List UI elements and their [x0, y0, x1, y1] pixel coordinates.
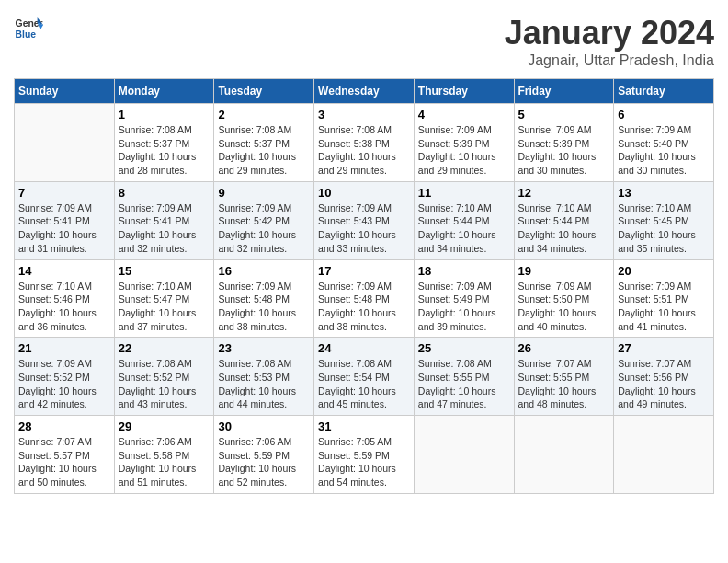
day-info: Sunrise: 7:08 AM Sunset: 5:37 PM Dayligh…	[119, 123, 210, 178]
calendar-table: SundayMondayTuesdayWednesdayThursdayFrid…	[14, 78, 714, 494]
calendar-cell: 26Sunrise: 7:07 AM Sunset: 5:55 PM Dayli…	[514, 338, 614, 416]
calendar-cell: 12Sunrise: 7:10 AM Sunset: 5:44 PM Dayli…	[514, 181, 614, 259]
day-info: Sunrise: 7:09 AM Sunset: 5:39 PM Dayligh…	[418, 123, 510, 178]
day-info: Sunrise: 7:09 AM Sunset: 5:39 PM Dayligh…	[518, 123, 610, 178]
calendar-cell: 17Sunrise: 7:09 AM Sunset: 5:48 PM Dayli…	[314, 259, 415, 338]
calendar-cell: 1Sunrise: 7:08 AM Sunset: 5:37 PM Daylig…	[114, 104, 214, 182]
calendar-cell: 29Sunrise: 7:06 AM Sunset: 5:58 PM Dayli…	[114, 416, 214, 494]
day-number: 12	[518, 186, 610, 200]
calendar-cell: 24Sunrise: 7:08 AM Sunset: 5:54 PM Dayli…	[314, 338, 415, 416]
month-title: January 2024	[505, 14, 714, 52]
calendar-header: SundayMondayTuesdayWednesdayThursdayFrid…	[15, 79, 714, 104]
calendar-cell: 28Sunrise: 7:07 AM Sunset: 5:57 PM Dayli…	[15, 416, 115, 494]
calendar-cell: 6Sunrise: 7:09 AM Sunset: 5:40 PM Daylig…	[614, 104, 714, 182]
day-info: Sunrise: 7:10 AM Sunset: 5:47 PM Dayligh…	[119, 280, 210, 334]
day-number: 22	[119, 341, 210, 355]
calendar-body: 1Sunrise: 7:08 AM Sunset: 5:37 PM Daylig…	[15, 104, 714, 494]
day-number: 15	[119, 264, 210, 278]
day-info: Sunrise: 7:09 AM Sunset: 5:40 PM Dayligh…	[618, 123, 710, 178]
calendar-week-4: 21Sunrise: 7:09 AM Sunset: 5:52 PM Dayli…	[15, 338, 714, 416]
header-day-saturday: Saturday	[614, 79, 714, 104]
day-info: Sunrise: 7:09 AM Sunset: 5:49 PM Dayligh…	[418, 280, 510, 334]
calendar-week-1: 1Sunrise: 7:08 AM Sunset: 5:37 PM Daylig…	[15, 104, 714, 182]
calendar-cell: 9Sunrise: 7:09 AM Sunset: 5:42 PM Daylig…	[214, 181, 314, 259]
day-number: 18	[418, 264, 510, 278]
day-number: 17	[318, 264, 410, 278]
calendar-cell: 27Sunrise: 7:07 AM Sunset: 5:56 PM Dayli…	[614, 338, 714, 416]
header-day-wednesday: Wednesday	[314, 79, 415, 104]
header-day-thursday: Thursday	[414, 79, 514, 104]
calendar-week-3: 14Sunrise: 7:10 AM Sunset: 5:46 PM Dayli…	[15, 259, 714, 338]
calendar-week-5: 28Sunrise: 7:07 AM Sunset: 5:57 PM Dayli…	[15, 416, 714, 494]
day-number: 3	[318, 108, 410, 121]
location-title: Jagnair, Uttar Pradesh, India	[505, 52, 714, 69]
header-day-sunday: Sunday	[15, 79, 115, 104]
day-info: Sunrise: 7:09 AM Sunset: 5:43 PM Dayligh…	[318, 201, 410, 256]
calendar-cell: 15Sunrise: 7:10 AM Sunset: 5:47 PM Dayli…	[114, 259, 214, 338]
svg-text:Blue: Blue	[16, 29, 37, 40]
day-number: 1	[119, 108, 210, 121]
day-info: Sunrise: 7:08 AM Sunset: 5:37 PM Dayligh…	[218, 123, 310, 178]
day-number: 29	[119, 419, 210, 433]
day-info: Sunrise: 7:10 AM Sunset: 5:46 PM Dayligh…	[18, 280, 110, 334]
title-block: January 2024 Jagnair, Uttar Pradesh, Ind…	[505, 14, 714, 69]
day-info: Sunrise: 7:07 AM Sunset: 5:57 PM Dayligh…	[18, 435, 110, 489]
calendar-cell: 2Sunrise: 7:08 AM Sunset: 5:37 PM Daylig…	[214, 104, 314, 182]
calendar-cell: 5Sunrise: 7:09 AM Sunset: 5:39 PM Daylig…	[514, 104, 614, 182]
day-number: 23	[218, 341, 310, 355]
day-number: 5	[518, 108, 610, 121]
day-info: Sunrise: 7:10 AM Sunset: 5:44 PM Dayligh…	[418, 201, 510, 256]
calendar-week-2: 7Sunrise: 7:09 AM Sunset: 5:41 PM Daylig…	[15, 181, 714, 259]
day-info: Sunrise: 7:07 AM Sunset: 5:55 PM Dayligh…	[518, 357, 610, 411]
calendar-cell: 3Sunrise: 7:08 AM Sunset: 5:38 PM Daylig…	[314, 104, 415, 182]
calendar-cell: 10Sunrise: 7:09 AM Sunset: 5:43 PM Dayli…	[314, 181, 415, 259]
day-info: Sunrise: 7:06 AM Sunset: 5:58 PM Dayligh…	[119, 435, 210, 489]
day-number: 10	[318, 186, 410, 200]
day-info: Sunrise: 7:09 AM Sunset: 5:41 PM Dayligh…	[18, 201, 110, 256]
header-day-friday: Friday	[514, 79, 614, 104]
calendar-cell: 22Sunrise: 7:08 AM Sunset: 5:52 PM Dayli…	[114, 338, 214, 416]
day-info: Sunrise: 7:08 AM Sunset: 5:55 PM Dayligh…	[418, 357, 510, 411]
day-info: Sunrise: 7:08 AM Sunset: 5:54 PM Dayligh…	[318, 357, 410, 411]
calendar-cell: 19Sunrise: 7:09 AM Sunset: 5:50 PM Dayli…	[514, 259, 614, 338]
day-info: Sunrise: 7:07 AM Sunset: 5:56 PM Dayligh…	[618, 357, 710, 411]
header-day-tuesday: Tuesday	[214, 79, 314, 104]
day-number: 26	[518, 341, 610, 355]
day-number: 2	[218, 108, 310, 121]
calendar-cell: 20Sunrise: 7:09 AM Sunset: 5:51 PM Dayli…	[614, 259, 714, 338]
day-number: 21	[18, 341, 110, 355]
calendar-cell	[15, 104, 115, 182]
calendar-cell: 23Sunrise: 7:08 AM Sunset: 5:53 PM Dayli…	[214, 338, 314, 416]
calendar-cell: 21Sunrise: 7:09 AM Sunset: 5:52 PM Dayli…	[15, 338, 115, 416]
page-header: General Blue January 2024 Jagnair, Uttar…	[14, 14, 714, 69]
calendar-cell	[514, 416, 614, 494]
calendar-cell: 14Sunrise: 7:10 AM Sunset: 5:46 PM Dayli…	[15, 259, 115, 338]
day-number: 31	[318, 419, 410, 433]
day-number: 30	[218, 419, 310, 433]
day-number: 8	[119, 186, 210, 200]
logo-icon: General Blue	[14, 14, 43, 43]
day-number: 14	[18, 264, 110, 278]
day-number: 9	[218, 186, 310, 200]
day-number: 20	[618, 264, 710, 278]
calendar-cell: 18Sunrise: 7:09 AM Sunset: 5:49 PM Dayli…	[414, 259, 514, 338]
calendar-cell: 13Sunrise: 7:10 AM Sunset: 5:45 PM Dayli…	[614, 181, 714, 259]
logo: General Blue	[14, 14, 43, 43]
calendar-cell: 30Sunrise: 7:06 AM Sunset: 5:59 PM Dayli…	[214, 416, 314, 494]
day-number: 4	[418, 108, 510, 121]
day-info: Sunrise: 7:08 AM Sunset: 5:53 PM Dayligh…	[218, 357, 310, 411]
calendar-cell	[414, 416, 514, 494]
day-info: Sunrise: 7:10 AM Sunset: 5:45 PM Dayligh…	[618, 201, 710, 256]
calendar-cell: 8Sunrise: 7:09 AM Sunset: 5:41 PM Daylig…	[114, 181, 214, 259]
day-number: 11	[418, 186, 510, 200]
calendar-cell: 25Sunrise: 7:08 AM Sunset: 5:55 PM Dayli…	[414, 338, 514, 416]
day-info: Sunrise: 7:09 AM Sunset: 5:48 PM Dayligh…	[218, 280, 310, 334]
calendar-cell: 11Sunrise: 7:10 AM Sunset: 5:44 PM Dayli…	[414, 181, 514, 259]
calendar-cell	[614, 416, 714, 494]
day-number: 24	[318, 341, 410, 355]
day-number: 19	[518, 264, 610, 278]
calendar-cell: 31Sunrise: 7:05 AM Sunset: 5:59 PM Dayli…	[314, 416, 415, 494]
day-number: 16	[218, 264, 310, 278]
day-info: Sunrise: 7:09 AM Sunset: 5:51 PM Dayligh…	[618, 280, 710, 334]
day-number: 27	[618, 341, 710, 355]
